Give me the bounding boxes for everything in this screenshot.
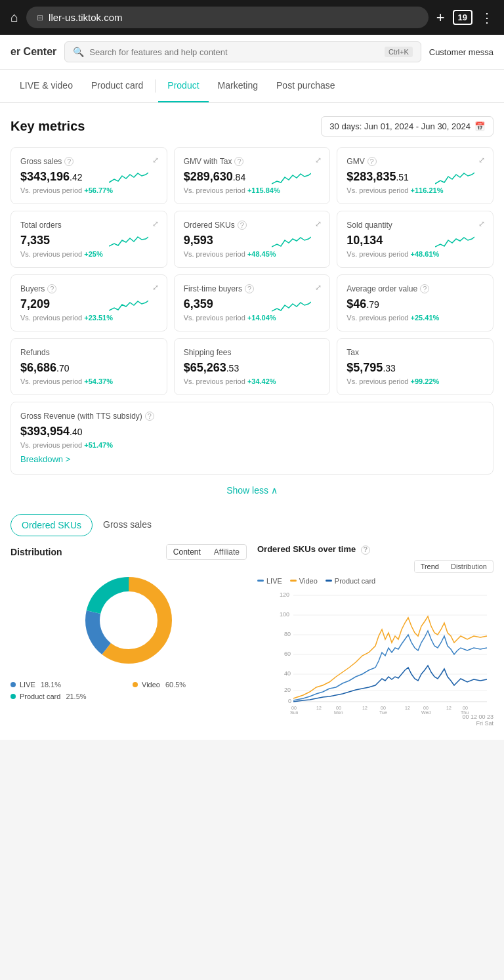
sparkline-chart — [435, 233, 474, 255]
svg-text:Sun: Sun — [290, 710, 299, 715]
chart-legend: LIVE Video Product card — [257, 577, 494, 585]
metric-label: Buyers ? — [20, 284, 158, 293]
svg-text:20: 20 — [284, 687, 291, 693]
metric-value: $46.79 — [346, 297, 484, 311]
breakdown-link[interactable]: Breakdown > — [20, 454, 70, 464]
metric-shipping-fees: Shipping fees $65,263.53 Vs. previous pe… — [174, 338, 331, 395]
tab-ordered-skus[interactable]: Ordered SKUs — [10, 514, 93, 536]
chart-x-days: Fri Sat — [257, 720, 494, 727]
metric-label: Refunds — [20, 348, 158, 357]
chart-info-icon: ? — [361, 545, 370, 555]
sparkline-chart — [109, 169, 148, 192]
expand-icon[interactable]: ⤢ — [315, 156, 322, 165]
info-icon: ? — [47, 284, 56, 293]
sparkline-chart — [272, 233, 311, 255]
info-icon: ? — [145, 412, 154, 421]
info-icon: ? — [368, 157, 377, 166]
search-bar[interactable]: 🔍 Ctrl+K — [64, 41, 421, 62]
metric-label: Sold quantity — [346, 221, 484, 230]
filter-tabs: Content Affiliate — [166, 544, 247, 560]
expand-icon[interactable]: ⤢ — [152, 156, 159, 165]
tab-marketing[interactable]: Marketing — [209, 70, 267, 102]
svg-text:60: 60 — [284, 650, 291, 657]
metric-avg-order-value: Average order value ? $46.79 Vs. previou… — [337, 274, 494, 331]
top-bar: er Center 🔍 Ctrl+K Customer messa — [0, 35, 504, 70]
svg-text:80: 80 — [284, 631, 291, 637]
metric-label: Ordered SKUs ? — [184, 221, 321, 230]
filter-affiliate[interactable]: Affiliate — [207, 545, 246, 559]
new-tab-button[interactable]: + — [436, 9, 445, 26]
svg-point-3 — [104, 595, 154, 645]
tab-product-card[interactable]: Product card — [82, 70, 152, 102]
metrics-grid: Gross sales ? ⤢ $343,196.42 Vs. previous… — [10, 147, 494, 475]
url-bar[interactable]: ⊟ ller-us.tiktok.com — [26, 7, 429, 28]
chart-tabs: Trend Distribution — [414, 560, 494, 573]
section-tabs: Ordered SKUs Gross sales — [10, 514, 494, 536]
filter-content[interactable]: Content — [167, 545, 207, 559]
expand-icon[interactable]: ⤢ — [478, 219, 485, 228]
metric-vs: Vs. previous period +51.47% — [20, 441, 484, 449]
live-dot — [10, 682, 16, 687]
tab-distribution[interactable]: Distribution — [445, 561, 493, 572]
info-icon: ? — [64, 157, 74, 166]
info-icon: ? — [420, 284, 429, 293]
metric-value: $393,954.40 — [20, 425, 484, 438]
legend-live: LIVE 18.1% — [10, 681, 125, 689]
svg-text:00: 00 — [423, 706, 429, 710]
svg-text:0: 0 — [288, 698, 291, 704]
metric-value: $65,263.53 — [184, 361, 321, 375]
expand-icon[interactable]: ⤢ — [315, 283, 322, 292]
metric-vs: Vs. previous period +25.41% — [346, 314, 484, 322]
tab-icon: ⊟ — [37, 13, 43, 22]
tab-count[interactable]: 19 — [453, 10, 472, 25]
search-shortcut: Ctrl+K — [385, 47, 413, 57]
date-range-picker[interactable]: 30 days: Jun 01, 2024 - Jun 30, 2024 📅 — [321, 116, 494, 137]
metric-gmv: GMV ? ⤢ $283,835.51 Vs. previous period … — [337, 147, 494, 204]
tab-product[interactable]: Product — [158, 70, 208, 102]
expand-icon[interactable]: ⤢ — [478, 156, 485, 165]
home-icon[interactable]: ⌂ — [10, 10, 18, 25]
metric-label: GMV with Tax ? — [184, 157, 321, 166]
nav-divider — [155, 79, 156, 93]
svg-text:40: 40 — [284, 670, 291, 677]
svg-text:12: 12 — [405, 706, 410, 710]
video-line — [290, 580, 297, 582]
browser-menu-icon[interactable]: ⋮ — [480, 10, 494, 26]
nav-tabs: LIVE & video Product card Product Market… — [0, 70, 504, 103]
metric-label: Gross sales ? — [20, 157, 158, 166]
svg-text:12: 12 — [446, 706, 452, 710]
legend-product-card-line: Product card — [326, 577, 375, 585]
customer-message-link[interactable]: Customer messa — [429, 47, 494, 57]
dist-header: Distribution Content Affiliate — [10, 544, 247, 560]
svg-text:12: 12 — [316, 706, 322, 710]
metric-label: Shipping fees — [184, 348, 321, 357]
search-input[interactable] — [89, 47, 379, 57]
svg-text:00: 00 — [336, 706, 341, 710]
expand-icon[interactable]: ⤢ — [152, 283, 159, 292]
metric-ordered-skus: Ordered SKUs ? ⤢ 9,593 Vs. previous peri… — [174, 211, 331, 268]
date-range-text: 30 days: Jun 01, 2024 - Jun 30, 2024 — [329, 121, 471, 131]
tab-trend[interactable]: Trend — [415, 561, 445, 572]
tab-gross-sales[interactable]: Gross sales — [93, 514, 162, 536]
app-title: er Center — [10, 46, 56, 58]
donut-chart-container: LIVE 18.1% Video 60.5% Product card 21.5… — [10, 568, 247, 700]
metrics-header: Key metrics 30 days: Jun 01, 2024 - Jun … — [10, 116, 494, 137]
expand-icon[interactable]: ⤢ — [152, 219, 159, 228]
metric-label: Average order value ? — [346, 284, 484, 293]
legend-product-card: Product card 21.5% — [10, 692, 125, 700]
video-dot — [133, 682, 138, 687]
distribution-panel: Distribution Content Affiliate — [10, 544, 247, 727]
calendar-icon: 📅 — [474, 121, 485, 131]
metric-value: $5,795.33 — [346, 361, 484, 375]
show-less-button[interactable]: Show less ∧ — [10, 475, 494, 506]
distribution-section: Distribution Content Affiliate — [10, 544, 494, 727]
donut-legend: LIVE 18.1% Video 60.5% Product card 21.5… — [10, 681, 247, 700]
info-icon: ? — [234, 157, 243, 166]
tab-post-purchase[interactable]: Post purchase — [267, 70, 345, 102]
tab-live-video[interactable]: LIVE & video — [10, 70, 82, 102]
legend-video-line: Video — [290, 577, 318, 585]
metric-label: GMV ? — [346, 157, 484, 166]
expand-icon[interactable]: ⤢ — [315, 219, 322, 228]
svg-text:00: 00 — [381, 706, 386, 710]
sparkline-chart — [272, 169, 311, 192]
